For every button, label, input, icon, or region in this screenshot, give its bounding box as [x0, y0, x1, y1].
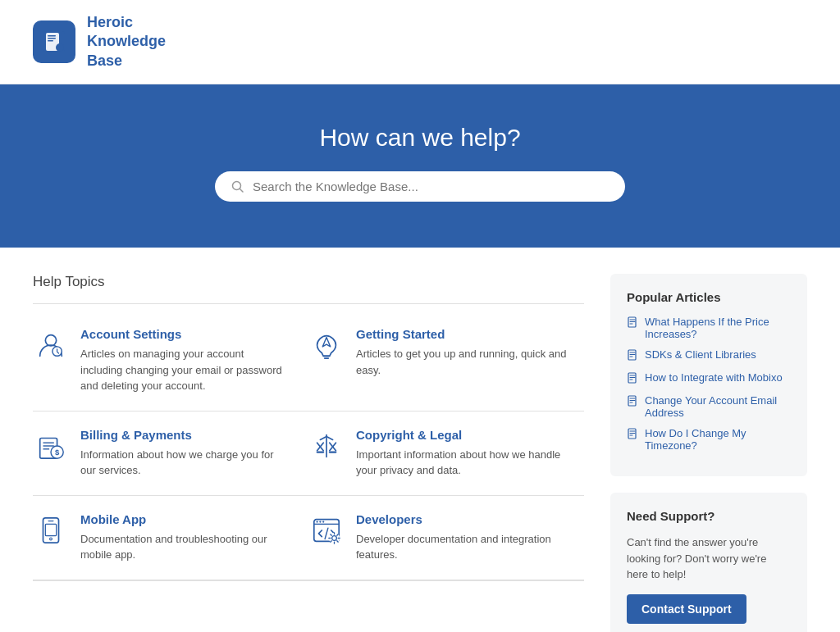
- getting-started-desc: Articles to get you up and running, quic…: [356, 346, 571, 378]
- popular-article-item[interactable]: How Do I Change My Timezone?: [627, 427, 791, 452]
- mobile-icon: [33, 512, 69, 548]
- article-link-label: How to Integrate with Mobixo: [645, 371, 783, 384]
- svg-text:$: $: [55, 448, 60, 457]
- svg-line-7: [240, 189, 244, 192]
- article-doc-icon: [627, 316, 638, 330]
- article-link-label: Change Your Account Email Address: [645, 394, 791, 419]
- billing-desc: Information about how we charge you for …: [80, 447, 289, 479]
- main-content: Help Topics Account Settings Articles on…: [0, 248, 840, 632]
- search-bar: [215, 171, 625, 202]
- popular-article-item[interactable]: What Happens If the Price Increases?: [627, 316, 791, 340]
- popular-article-item[interactable]: SDKs & Client Libraries: [627, 348, 791, 363]
- help-topics-title: Help Topics: [33, 274, 584, 290]
- article-doc-icon: [627, 395, 638, 409]
- article-doc-icon: [627, 349, 638, 363]
- legal-icon: [308, 428, 345, 464]
- popular-article-item[interactable]: Change Your Account Email Address: [627, 394, 791, 419]
- billing-title: Billing & Payments: [80, 428, 289, 442]
- topic-billing[interactable]: $ Billing & Payments Information about h…: [33, 411, 308, 496]
- account-settings-desc: Articles on managing your account includ…: [80, 346, 289, 394]
- need-support-desc: Can't find the answer you're looking for…: [627, 534, 791, 583]
- topics-bottom-divider: [33, 580, 584, 581]
- article-doc-icon: [627, 372, 638, 386]
- topic-account-settings[interactable]: Account Settings Articles on managing yo…: [33, 311, 308, 411]
- svg-point-5: [56, 43, 64, 52]
- getting-started-icon: [308, 327, 345, 363]
- getting-started-text: Getting Started Articles to get you up a…: [356, 327, 571, 378]
- topic-developers[interactable]: Developers Developer documentation and i…: [308, 496, 584, 580]
- developers-icon: [308, 512, 345, 548]
- svg-point-18: [319, 521, 321, 522]
- left-column: Help Topics Account Settings Articles on…: [33, 274, 584, 632]
- topic-mobile[interactable]: Mobile App Documentation and troubleshoo…: [33, 496, 308, 580]
- header: Heroic Knowledge Base: [0, 0, 840, 84]
- developers-text: Developers Developer documentation and i…: [356, 512, 571, 563]
- legal-desc: Important information about how we handl…: [356, 447, 571, 479]
- need-support-card: Need Support? Can't find the answer you'…: [610, 493, 807, 632]
- topics-divider: [33, 303, 584, 304]
- getting-started-title: Getting Started: [356, 327, 571, 341]
- article-doc-icon: [627, 428, 638, 442]
- search-input[interactable]: [253, 180, 609, 193]
- mobile-desc: Documentation and troubleshooting our mo…: [80, 531, 289, 563]
- popular-articles-list: What Happens If the Price Increases? SDK…: [627, 316, 791, 452]
- mobile-title: Mobile App: [80, 512, 289, 526]
- billing-icon: $: [33, 428, 69, 464]
- topic-legal[interactable]: Copyright & Legal Important information …: [308, 411, 584, 496]
- account-settings-title: Account Settings: [80, 327, 289, 341]
- svg-point-17: [316, 521, 317, 522]
- hero-title: How can we help?: [16, 124, 824, 152]
- developers-desc: Developer documentation and integration …: [356, 531, 571, 563]
- svg-point-14: [50, 538, 52, 540]
- article-link-label: SDKs & Client Libraries: [645, 348, 756, 361]
- svg-rect-4: [48, 40, 53, 42]
- article-link-label: What Happens If the Price Increases?: [645, 316, 791, 340]
- logo-text: Heroic Knowledge Base: [87, 13, 166, 70]
- legal-title: Copyright & Legal: [356, 428, 571, 442]
- developers-title: Developers: [356, 512, 571, 526]
- article-link-label: How Do I Change My Timezone?: [645, 427, 791, 452]
- billing-text: Billing & Payments Information about how…: [80, 428, 289, 479]
- legal-text: Copyright & Legal Important information …: [356, 428, 571, 479]
- account-settings-icon: [33, 327, 69, 363]
- popular-articles-title: Popular Articles: [627, 290, 791, 304]
- svg-point-8: [45, 335, 56, 346]
- account-settings-text: Account Settings Articles on managing yo…: [80, 327, 289, 394]
- svg-rect-3: [48, 38, 56, 39]
- hero-section: How can we help?: [0, 84, 840, 248]
- topic-getting-started[interactable]: Getting Started Articles to get you up a…: [308, 311, 584, 411]
- svg-rect-15: [45, 524, 56, 535]
- contact-support-button[interactable]: Contact Support: [627, 594, 746, 624]
- logo-icon: [33, 20, 75, 63]
- popular-article-item[interactable]: How to Integrate with Mobixo: [627, 371, 791, 386]
- right-sidebar: Popular Articles What Happens If the Pri…: [610, 274, 807, 632]
- search-icon: [231, 180, 244, 193]
- svg-point-19: [322, 521, 324, 522]
- need-support-title: Need Support?: [627, 509, 791, 523]
- popular-articles-card: Popular Articles What Happens If the Pri…: [610, 274, 807, 476]
- svg-rect-2: [48, 35, 56, 37]
- mobile-text: Mobile App Documentation and troubleshoo…: [80, 512, 289, 563]
- topics-grid: Account Settings Articles on managing yo…: [33, 311, 584, 580]
